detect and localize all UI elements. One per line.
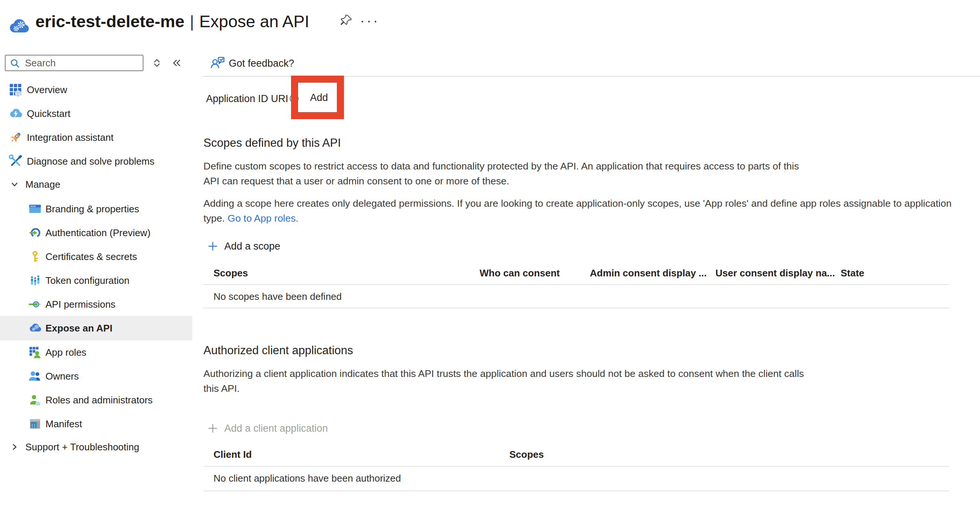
sidebar-item-label: API permissions [45, 299, 116, 310]
scopes-section-heading: Scopes defined by this API [204, 136, 341, 150]
add-a-scope-label: Add a scope [224, 241, 280, 252]
sidebar-item-integration-assistant[interactable]: Integration assistant [0, 125, 192, 149]
search-input[interactable] [5, 55, 143, 71]
sidebar-item-label: Certificates & secrets [45, 251, 137, 263]
add-a-client-application-label: Add a client application [224, 423, 328, 434]
go-to-app-roles-link[interactable]: Go to App roles. [228, 213, 299, 224]
more-options-button[interactable]: ··· [360, 10, 380, 32]
sidebar-item-label: Owners [45, 371, 79, 382]
page-title-page-name: Expose an API [199, 12, 309, 31]
page-title: eric-test-delete-me|Expose an API [35, 10, 309, 33]
sidebar-item-label: Roles and administrators [45, 395, 153, 406]
scopes-note-line1: Adding a scope here creates only delegat… [204, 198, 952, 209]
scopes-table-divider-top [204, 284, 949, 285]
add-a-scope-button[interactable]: Add a scope [207, 239, 280, 254]
page-title-app-name: eric-test-delete-me [35, 12, 185, 31]
grid-person-icon [28, 346, 42, 359]
sidebar-item-label: Overview [27, 84, 67, 96]
api-permissions-icon [28, 298, 42, 311]
sidebar-item-owners[interactable]: Owners [0, 364, 192, 388]
key-icon [28, 250, 42, 263]
search-icon [10, 58, 20, 68]
clients-section-heading: Authorized client applications [204, 344, 353, 357]
sidebar-item-overview[interactable]: Overview [0, 78, 192, 101]
sidebar-item-label: Quickstart [27, 108, 70, 120]
overview-grid-icon [8, 83, 23, 97]
sidebar-item-label: Support + Troubleshooting [25, 441, 139, 453]
app-badge-cloud-gears-icon [8, 16, 30, 38]
expand-collapse-diamond-icon[interactable] [151, 57, 162, 68]
plus-icon [207, 423, 218, 434]
browser-www-icon: www [28, 203, 42, 215]
col-admin-consent-display: Admin consent display ... [590, 266, 707, 281]
col-user-consent-display: User consent display na... [716, 266, 835, 281]
sidebar-item-authentication[interactable]: Authentication (Preview) [0, 221, 192, 245]
code-braces-icon: { } [28, 417, 42, 430]
sidebar-item-label: Token configuration [45, 275, 129, 286]
sidebar-item-diagnose[interactable]: Diagnose and solve problems [0, 149, 192, 173]
quickstart-cloud-icon [8, 106, 23, 121]
application-id-uri-label: Application ID URI [206, 91, 288, 106]
clients-empty-message: No client applications have been authori… [213, 471, 401, 486]
sidebar-item-quickstart[interactable]: Quickstart [0, 101, 192, 125]
sidebar-item-label: Integration assistant [27, 132, 114, 143]
sidebar-group-support-troubleshooting[interactable]: Support + Troubleshooting [0, 435, 192, 459]
chevron-down-icon [10, 179, 19, 189]
col-client-id: Client Id [213, 447, 252, 462]
application-id-uri-add-button[interactable]: Add [310, 90, 328, 105]
col-who-can-consent: Who can consent [480, 266, 560, 281]
sidebar-item-roles-administrators[interactable]: Roles and administrators [0, 388, 192, 412]
sliders-icon [28, 274, 42, 287]
scopes-note: Adding a scope here creates only delegat… [204, 196, 952, 226]
sidebar-item-certificates[interactable]: Certificates & secrets [0, 245, 192, 268]
page-title-separator: | [190, 12, 194, 31]
chevron-right-icon [10, 442, 19, 452]
scopes-empty-message: No scopes have been defined [213, 289, 342, 304]
clients-description: Authorizing a client application indicat… [204, 366, 804, 396]
col-state: State [841, 266, 864, 281]
tools-icon [8, 154, 23, 168]
sidebar-item-label: Manage [25, 179, 60, 190]
sidebar-item-label: App roles [45, 347, 86, 358]
sidebar-item-label: Diagnose and solve problems [27, 156, 154, 167]
col-client-scopes: Scopes [509, 447, 544, 462]
cloud-gears-icon [28, 322, 42, 335]
rocket-icon [8, 130, 23, 144]
scopes-table-divider-bottom [204, 308, 949, 308]
clients-table-divider-top [204, 466, 949, 467]
sidebar-item-label: Authentication (Preview) [45, 227, 151, 239]
sidebar-item-label: Expose an API [45, 323, 113, 334]
sidebar-item-api-permissions[interactable]: API permissions [0, 292, 192, 316]
collapse-sidebar-icon[interactable] [172, 57, 183, 68]
scopes-description: Define custom scopes to restrict access … [204, 159, 799, 189]
sidebar-item-expose-an-api[interactable]: Expose an API [0, 316, 192, 341]
info-icon[interactable] [289, 94, 299, 103]
toolbar-divider [203, 76, 980, 77]
got-feedback-link[interactable]: Got feedback? [229, 56, 294, 71]
feedback-icon [210, 55, 226, 71]
person-cube-icon [28, 394, 42, 406]
two-people-icon [28, 370, 42, 382]
sidebar-item-label: Manifest [45, 418, 82, 430]
col-scopes: Scopes [213, 266, 248, 281]
sidebar-group-manage[interactable]: Manage [0, 173, 192, 196]
svg-text:{ }: { } [32, 423, 35, 427]
add-a-client-application-button[interactable]: Add a client application [207, 421, 328, 436]
sidebar-item-manifest[interactable]: { } Manifest [0, 412, 192, 436]
sidebar-item-branding[interactable]: www Branding & properties [0, 197, 192, 221]
scopes-note-line2-prefix: type. [204, 213, 228, 224]
plus-icon [207, 241, 218, 252]
sidebar-item-label: Branding & properties [45, 203, 139, 215]
sign-in-arrow-icon [28, 227, 42, 239]
clients-table-divider-bottom [204, 490, 949, 491]
sidebar-item-app-roles[interactable]: App roles [0, 341, 192, 364]
pin-icon[interactable] [339, 13, 353, 28]
svg-text:www: www [30, 205, 36, 208]
sidebar-item-token-configuration[interactable]: Token configuration [0, 268, 192, 292]
